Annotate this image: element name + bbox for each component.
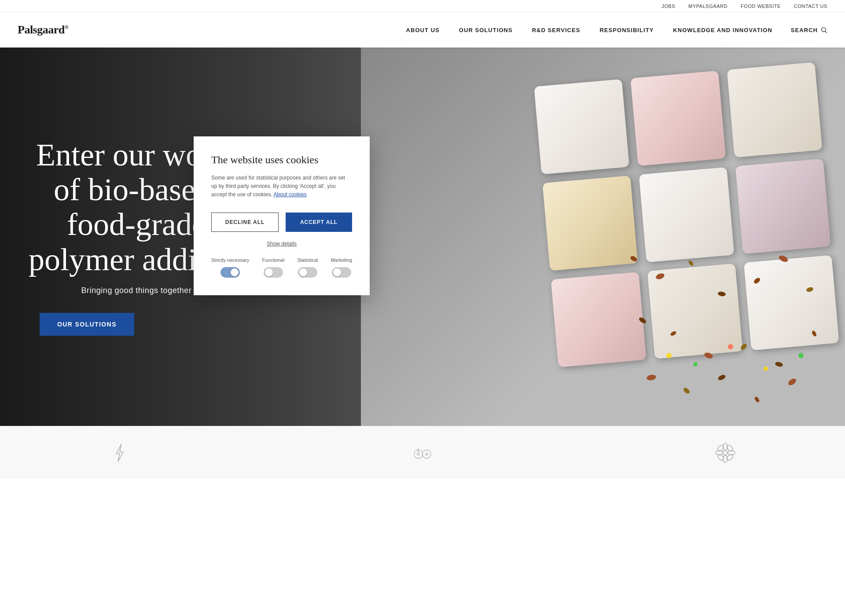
toggle-knob-statistical [299, 268, 307, 276]
svg-point-23 [764, 367, 768, 371]
yogurt-cup-1 [534, 79, 629, 175]
yogurt-cup-3 [727, 62, 823, 158]
toggle-switch-strictly[interactable] [220, 267, 240, 278]
nav-our-solutions[interactable]: OUR SOLUTIONS [449, 26, 522, 34]
svg-point-21 [693, 362, 698, 367]
svg-point-18 [754, 396, 760, 403]
accept-all-button[interactable]: ACCEPT ALL [286, 213, 352, 232]
show-details-button[interactable]: Show details [211, 241, 352, 247]
svg-point-27 [417, 453, 419, 455]
toggle-knob-marketing [333, 268, 341, 276]
topbar-mypalsgaard[interactable]: MYPALSGAARD [688, 4, 727, 9]
svg-point-24 [798, 353, 804, 358]
yogurt-cup-5 [639, 167, 735, 263]
toggle-label-strictly: Strictly necessary [211, 257, 249, 263]
svg-point-30 [723, 451, 727, 455]
lightning-icon [109, 442, 130, 463]
topbar-contact-us[interactable]: CONTACT US [794, 4, 827, 9]
toggle-switch-statistical[interactable] [298, 267, 317, 278]
topbar-food-website[interactable]: FOOD WEBSITE [741, 4, 781, 9]
svg-point-28 [426, 453, 428, 455]
cookie-toggles: Strictly necessary Functional Statistica… [211, 257, 352, 278]
toggle-label-statistical: Statistical [297, 257, 318, 263]
yogurt-grid [534, 62, 839, 367]
toggle-strictly-necessary: Strictly necessary [211, 257, 249, 278]
toggle-switch-functional[interactable] [264, 267, 283, 278]
nav-knowledge[interactable]: KNOWLEDGE AND INNOVATION [663, 26, 782, 34]
nav-responsibility[interactable]: RESPONSIBILITY [590, 26, 663, 34]
toggle-knob-strictly [231, 268, 239, 276]
logo[interactable]: Palsgaard® [18, 23, 68, 37]
toggle-switch-marketing[interactable] [332, 267, 351, 278]
nav-about-us[interactable]: ABOUT US [397, 26, 449, 34]
yogurt-cup-4 [543, 176, 638, 271]
cookie-buttons: DECLINE ALL ACCEPT ALL [211, 213, 352, 232]
hero-section: Enter our world of bio-based, food-grade… [0, 48, 845, 426]
top-bar: JOBS MYPALSGAARD FOOD WEBSITE CONTACT US [0, 0, 845, 12]
toggle-label-functional: Functional [262, 257, 284, 263]
svg-point-19 [787, 377, 797, 386]
svg-point-13 [775, 361, 783, 367]
nav-rd-services[interactable]: R&D SERVICES [522, 26, 590, 34]
toggle-marketing: Marketing [331, 257, 352, 278]
toggle-label-marketing: Marketing [331, 257, 352, 263]
toggle-statistical: Statistical [297, 257, 318, 278]
yogurt-cup-6 [735, 158, 831, 254]
svg-point-26 [422, 450, 431, 458]
wheels-icon [412, 442, 433, 463]
cookie-modal: The website uses cookies Some are used f… [194, 136, 370, 295]
svg-point-15 [646, 374, 657, 381]
yogurt-cup-8 [647, 264, 743, 359]
svg-line-1 [825, 31, 827, 33]
topbar-jobs[interactable]: JOBS [661, 4, 675, 9]
svg-point-16 [683, 387, 691, 395]
about-cookies-link[interactable]: About cookies [273, 191, 306, 198]
yogurt-cup-9 [744, 255, 839, 351]
decline-all-button[interactable]: DECLINE ALL [211, 213, 279, 232]
search-button[interactable]: SEARCH [791, 26, 827, 33]
toggle-knob-functional [265, 268, 273, 276]
flower-icon [715, 442, 736, 463]
svg-point-0 [822, 28, 826, 32]
search-icon [820, 26, 827, 33]
yogurt-cup-7 [551, 272, 647, 367]
hero-food-image [361, 48, 845, 426]
toggle-functional: Functional [262, 257, 284, 278]
cookie-title: The website uses cookies [211, 154, 352, 166]
hero-cta-button[interactable]: OUR SOLUTIONS [40, 313, 134, 336]
yogurt-cup-2 [630, 71, 726, 166]
cookie-description: Some are used for statistical purposes a… [211, 174, 352, 199]
nav-items: ABOUT US OUR SOLUTIONS R&D SERVICES RESP… [397, 26, 782, 34]
main-nav: Palsgaard® ABOUT US OUR SOLUTIONS R&D SE… [0, 12, 845, 48]
svg-point-17 [717, 374, 727, 381]
footer-icons-section [0, 426, 845, 479]
